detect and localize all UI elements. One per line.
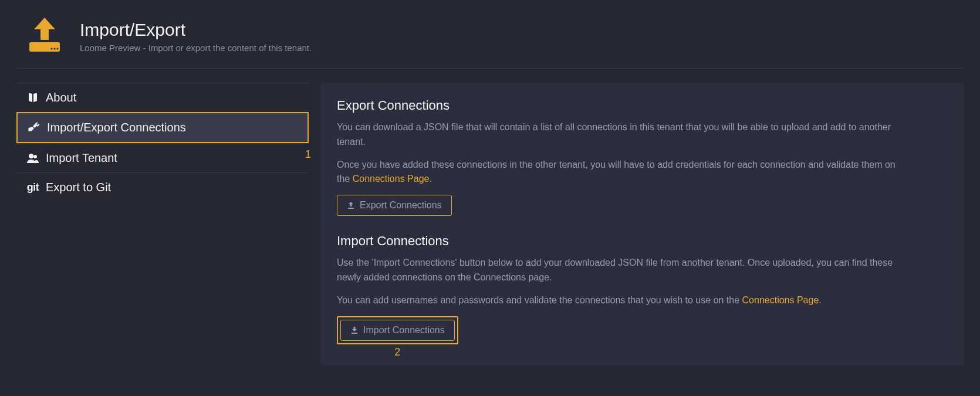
upload-box-icon bbox=[23, 16, 66, 56]
page-header: Import/Export Loome Preview - Import or … bbox=[16, 16, 964, 69]
import-button-highlight: Import Connections 2 bbox=[337, 316, 458, 344]
sidebar-item-label: Import Tenant bbox=[46, 151, 117, 165]
git-icon: git bbox=[26, 181, 40, 194]
svg-rect-8 bbox=[348, 208, 354, 209]
import-title: Import Connections bbox=[337, 233, 947, 249]
users-icon bbox=[26, 153, 40, 164]
annotation-2: 2 bbox=[338, 346, 457, 358]
sidebar: About Import/Export Connections 1 bbox=[16, 83, 309, 202]
connections-page-link[interactable]: Connections Page bbox=[353, 174, 430, 184]
import-connections-button[interactable]: Import Connections bbox=[340, 320, 455, 341]
svg-point-7 bbox=[33, 155, 37, 158]
import-desc-1: Use the 'Import Connections' button belo… bbox=[337, 256, 900, 285]
sidebar-item-import-tenant[interactable]: Import Tenant bbox=[16, 143, 309, 172]
export-desc-1: You can download a JSON file that will c… bbox=[337, 120, 900, 150]
button-label: Export Connections bbox=[360, 200, 442, 211]
upload-icon bbox=[347, 201, 355, 209]
plug-icon bbox=[27, 122, 41, 134]
sidebar-item-about[interactable]: About bbox=[16, 83, 309, 112]
svg-point-6 bbox=[29, 154, 33, 158]
download-icon bbox=[350, 326, 359, 334]
page-title: Import/Export bbox=[80, 20, 312, 40]
export-title: Export Connections bbox=[337, 98, 947, 113]
sidebar-item-label: About bbox=[46, 91, 76, 104]
svg-rect-0 bbox=[29, 42, 60, 52]
sidebar-item-export-to-git[interactable]: git Export to Git bbox=[16, 172, 309, 202]
sidebar-item-label: Export to Git bbox=[46, 181, 111, 194]
connections-page-link[interactable]: Connections Page bbox=[742, 295, 819, 305]
svg-point-3 bbox=[56, 48, 58, 49]
export-connections-button[interactable]: Export Connections bbox=[337, 195, 452, 216]
book-icon bbox=[26, 92, 40, 104]
annotation-1: 1 bbox=[305, 148, 311, 161]
export-desc-2: Once you have added these connections in… bbox=[337, 158, 900, 187]
sidebar-item-import-export-connections[interactable]: Import/Export Connections 1 bbox=[16, 112, 309, 143]
import-desc-2: You can add usernames and passwords and … bbox=[337, 293, 900, 308]
sidebar-item-label: Import/Export Connections bbox=[47, 121, 186, 134]
svg-point-1 bbox=[50, 48, 52, 49]
main-panel: Export Connections You can download a JS… bbox=[320, 83, 964, 365]
button-label: Import Connections bbox=[363, 325, 445, 336]
svg-rect-9 bbox=[352, 333, 357, 334]
svg-point-2 bbox=[53, 48, 55, 49]
page-subtitle: Loome Preview - Import or export the con… bbox=[80, 43, 312, 53]
